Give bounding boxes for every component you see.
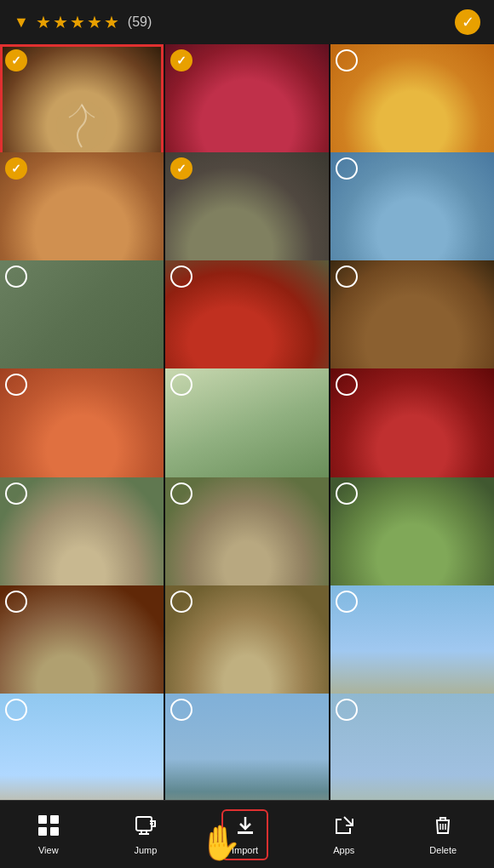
import-label: Import [232, 845, 258, 855]
photo-cell-19[interactable] [0, 694, 164, 800]
select-circle-16[interactable] [5, 591, 27, 613]
photo-cell-21[interactable] [330, 694, 494, 800]
delete-label: Delete [429, 845, 457, 855]
svg-rect-43 [38, 815, 47, 824]
svg-rect-45 [38, 827, 47, 836]
svg-rect-46 [50, 827, 59, 836]
checkmark-icon: ✓ [462, 13, 474, 31]
select-circle-19[interactable] [5, 699, 27, 721]
select-circle-21[interactable] [336, 699, 358, 721]
view-label: View [38, 845, 59, 855]
rating-stars: ★★★★★ [36, 12, 121, 32]
select-circle-18[interactable] [336, 591, 358, 613]
view-icon [37, 814, 60, 842]
select-circle-5[interactable] [170, 157, 192, 180]
select-circle-15[interactable] [336, 483, 358, 505]
apps-label: Apps [333, 845, 354, 855]
select-circle-4[interactable] [5, 157, 27, 180]
select-circle-20[interactable] [170, 699, 192, 721]
select-circle-6[interactable] [336, 157, 358, 180]
toolbar-delete[interactable]: Delete [419, 809, 467, 860]
bottom-toolbar: View Jump Import 🤚 [0, 800, 494, 868]
dropdown-arrow-icon[interactable]: ▼ [14, 14, 29, 31]
header: ▼ ★★★★★ (59) ✓ [0, 0, 494, 44]
header-left: ▼ ★★★★★ (59) [14, 12, 152, 32]
select-all-button[interactable]: ✓ [455, 9, 480, 35]
apps-icon [333, 814, 355, 842]
photo-cell-20[interactable] [165, 694, 329, 800]
toolbar-import[interactable]: Import 🤚 [221, 809, 268, 860]
photo-grid [0, 44, 494, 800]
jump-icon [135, 814, 157, 842]
jump-label: Jump [134, 845, 157, 855]
svg-rect-47 [136, 817, 152, 831]
select-circle-13[interactable] [5, 483, 27, 505]
toolbar-jump[interactable]: Jump [124, 809, 167, 860]
svg-rect-44 [50, 815, 59, 824]
import-icon [234, 814, 256, 842]
toolbar-apps[interactable]: Apps [323, 809, 365, 860]
select-circle-17[interactable] [170, 591, 192, 613]
delete-icon [432, 814, 454, 842]
select-circle-1[interactable] [5, 49, 27, 71]
toolbar-view[interactable]: View [27, 809, 70, 860]
select-circle-3[interactable] [336, 49, 358, 71]
review-count: (59) [128, 14, 152, 30]
select-circle-2[interactable] [170, 49, 192, 71]
select-circle-14[interactable] [170, 483, 192, 505]
